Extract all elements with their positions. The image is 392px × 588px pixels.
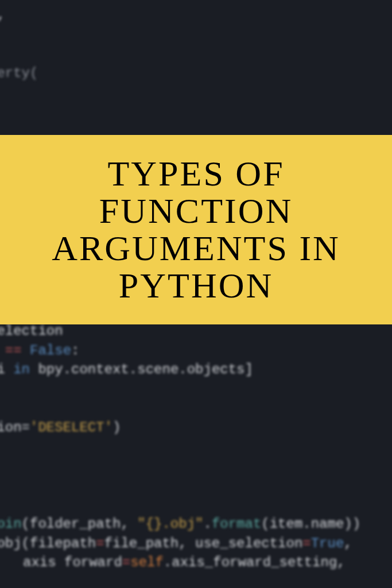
code-line <box>0 380 360 399</box>
code-line: i in bpy.context.scene.objects] <box>0 360 360 380</box>
code-top-section: ), perty( <box>0 6 38 83</box>
code-line: ), <box>0 6 38 25</box>
code-line: perty( <box>0 64 38 83</box>
code-line: axis forward=self.axis_forward_setting, <box>23 553 360 572</box>
page-title: TYPES OF FUNCTION ARGUMENTS IN PYTHON <box>23 155 369 304</box>
code-line <box>0 438 360 457</box>
code-line: g == False: <box>0 341 360 361</box>
code-line: .obj(filepath=file_path, use_selection=T… <box>0 534 360 554</box>
code-line <box>0 495 360 514</box>
code-line <box>0 25 38 45</box>
code-line: tion='DESELECT') <box>0 418 360 438</box>
title-banner: TYPES OF FUNCTION ARGUMENTS IN PYTHON <box>0 135 392 324</box>
code-line <box>0 44 38 64</box>
code-line <box>0 457 360 476</box>
code-line <box>0 476 360 496</box>
code-bottom-section: selection g == False: i in bpy.context.s… <box>0 322 360 572</box>
code-line: join(folder_path, "{}.obj".format(item.n… <box>0 514 360 534</box>
code-line <box>0 399 360 418</box>
